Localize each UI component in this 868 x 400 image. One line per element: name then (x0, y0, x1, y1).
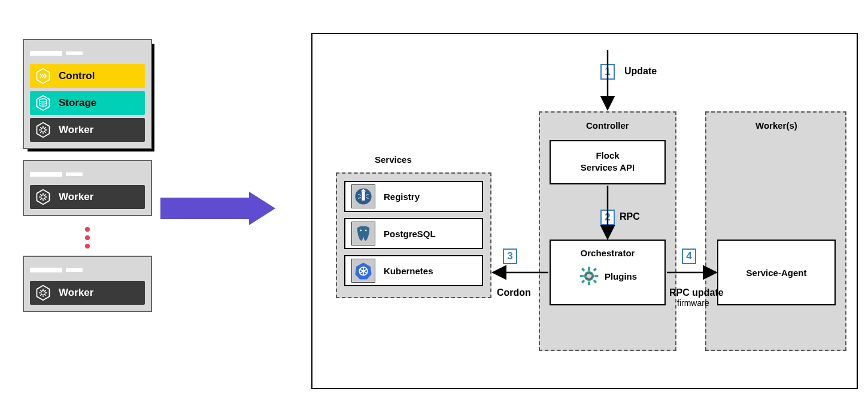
service-registry: Registry (344, 181, 483, 212)
workers-box (705, 111, 846, 351)
svg-line-21 (45, 194, 46, 195)
svg-line-22 (40, 199, 41, 200)
svg-marker-1 (37, 96, 50, 111)
cluster-card: Worker (23, 256, 152, 312)
node-row-storage: Storage (30, 91, 145, 115)
svg-marker-23 (37, 286, 50, 301)
vertical-ellipsis-icon (23, 227, 152, 249)
svg-marker-0 (37, 69, 50, 84)
flow-arrow-icon (160, 192, 286, 225)
svg-point-2 (40, 99, 47, 102)
svg-rect-52 (581, 280, 585, 283)
node-label: Worker (59, 124, 93, 136)
node-label: Storage (59, 97, 96, 109)
services-title: Services (375, 154, 412, 165)
step-badge-4: 4 (682, 249, 696, 264)
svg-rect-48 (594, 275, 598, 277)
workers-title: Worker(s) (755, 120, 797, 131)
card-header (30, 167, 145, 181)
service-agent-box: Service-Agent (717, 240, 836, 305)
svg-line-12 (40, 132, 41, 133)
step-badge-2: 2 (600, 210, 615, 225)
step2-label: RPC (620, 211, 640, 222)
step3-label: Cordon (497, 287, 531, 298)
service-label: Kubernetes (384, 266, 433, 276)
svg-line-11 (45, 127, 46, 128)
svg-line-29 (40, 290, 41, 291)
controller-title: Controller (586, 120, 629, 131)
step-badge-3: 3 (503, 249, 517, 264)
svg-point-36 (360, 230, 362, 232)
svg-point-4 (41, 128, 45, 132)
step4-label: RPC update (669, 287, 724, 298)
node-label: Control (59, 70, 95, 82)
svg-line-31 (45, 290, 46, 291)
node-row-control: Control (30, 64, 145, 88)
svg-rect-46 (588, 281, 590, 285)
svg-line-32 (40, 295, 41, 296)
svg-rect-47 (580, 275, 584, 277)
svg-rect-50 (593, 280, 597, 283)
svg-rect-34 (362, 192, 365, 201)
step4-sublabel: firmware (677, 298, 709, 308)
step-badge-1: 1 (600, 64, 615, 80)
svg-point-37 (365, 230, 367, 232)
service-label: PostgreSQL (384, 229, 436, 239)
gear-icon (35, 189, 51, 205)
svg-line-30 (45, 295, 46, 296)
orchestrator-box: Orchestrator Plugins (550, 240, 666, 305)
svg-point-43 (362, 270, 365, 272)
svg-line-19 (40, 194, 41, 195)
svg-rect-51 (593, 268, 597, 271)
left-cluster-panel: Control Storage Worker Worker (23, 39, 152, 323)
flock-label-2: Services API (551, 162, 664, 174)
gear-icon (35, 122, 51, 138)
database-icon (35, 95, 51, 111)
postgresql-icon (351, 222, 375, 246)
svg-rect-45 (588, 267, 590, 271)
svg-point-24 (41, 291, 45, 295)
cluster-card: Control Storage Worker (23, 39, 152, 149)
node-row-worker: Worker (30, 281, 145, 305)
svg-point-14 (41, 195, 45, 199)
svg-marker-3 (37, 123, 50, 138)
svg-line-10 (45, 132, 46, 133)
service-kubernetes: Kubernetes (344, 255, 483, 286)
chevrons-icon (35, 68, 51, 84)
plugins-label: Plugins (605, 271, 637, 281)
step1-label: Update (624, 66, 657, 77)
service-postgresql: PostgreSQL (344, 218, 483, 249)
kubernetes-icon (351, 259, 375, 283)
svg-line-9 (40, 127, 41, 128)
node-label: Worker (59, 287, 93, 299)
node-row-worker: Worker (30, 118, 145, 142)
svg-marker-13 (37, 190, 50, 205)
flock-label-1: Flock (551, 150, 664, 162)
card-header (30, 46, 145, 60)
gear-icon (35, 284, 51, 301)
node-row-worker: Worker (30, 185, 145, 209)
orchestrator-label: Orchestrator (551, 248, 664, 258)
node-label: Worker (59, 191, 93, 203)
service-label: Registry (384, 192, 420, 202)
flock-api-box: Flock Services API (550, 140, 666, 184)
services-box: Registry PostgreSQL Kubernetes (336, 172, 491, 298)
gear-refresh-icon (578, 265, 600, 287)
svg-rect-49 (581, 268, 585, 271)
card-header (30, 263, 145, 277)
cluster-card: Worker (23, 160, 152, 216)
svg-line-20 (45, 199, 46, 200)
service-agent-label: Service-Agent (746, 268, 807, 278)
lighthouse-icon (351, 184, 375, 208)
